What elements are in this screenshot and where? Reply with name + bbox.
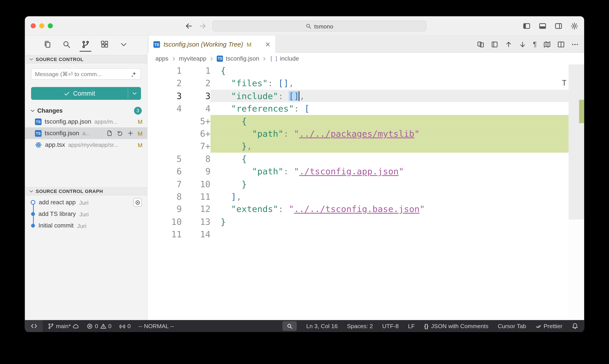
source-control-view-button[interactable] — [81, 40, 90, 49]
minimap-added-lines-marker — [579, 100, 584, 123]
toggle-primary-sidebar-icon[interactable] — [523, 22, 531, 30]
status-bar: main* 0 0 0 -- NORMAL -- — [25, 320, 584, 332]
generate-commit-message-icon[interactable] — [131, 71, 137, 77]
line-number-modified: 7+ — [182, 140, 210, 153]
code-text: "references": [ — [210, 102, 569, 115]
tab-title: tsconfig.json (Working Tree) — [163, 41, 243, 48]
encoding-status[interactable]: UTF-8 — [382, 323, 399, 329]
navigate-forward-button[interactable] — [199, 22, 207, 30]
header-row: TS tsconfig.json (Working Tree) M ¶ — [25, 36, 584, 53]
code-content[interactable]: 11{22 "files": [],33 "include": [],44 "r… — [148, 65, 569, 320]
discard-changes-icon[interactable] — [117, 130, 123, 136]
branch-status[interactable]: main* — [48, 323, 79, 329]
commit-message-input[interactable] — [35, 71, 131, 77]
search-view-button[interactable] — [62, 40, 71, 49]
commit-message: Initial commit — [39, 222, 74, 229]
source-control-header[interactable]: SOURCE CONTROL — [25, 55, 147, 63]
close-tab-icon[interactable] — [265, 41, 271, 47]
extensions-view-button[interactable] — [100, 40, 109, 49]
line-number-original: 2 — [148, 77, 182, 90]
stage-changes-icon[interactable] — [127, 130, 133, 136]
code-text: { — [210, 115, 569, 128]
remote-indicator[interactable] — [25, 320, 43, 332]
minimap-slider[interactable] — [569, 65, 584, 220]
chevron-right-icon — [262, 56, 267, 61]
tab-tsconfig-json-working-tree[interactable]: TS tsconfig.json (Working Tree) M — [148, 36, 276, 53]
chevron-right-icon — [209, 56, 214, 61]
explorer-icon — [43, 40, 52, 48]
breadcrumb-item-myviteapp[interactable]: myviteapp — [179, 55, 206, 62]
line-number-original: 4 — [148, 102, 182, 115]
close-window-button[interactable] — [31, 23, 36, 28]
zoom-window-button[interactable] — [48, 23, 53, 28]
explorer-view-button[interactable] — [43, 40, 52, 49]
breadcrumb-item-apps[interactable]: apps — [155, 55, 168, 62]
goto-current-commit-button[interactable] — [133, 198, 142, 207]
code-text: ], — [210, 190, 569, 203]
minimap[interactable]: T — [569, 65, 584, 320]
previous-change-icon[interactable] — [505, 41, 513, 48]
code-line: 44 "references": [ — [148, 102, 569, 115]
commit-row[interactable]: add TS libraryJuri — [25, 208, 147, 220]
line-number-original — [148, 115, 182, 128]
file-row[interactable]: app.tsxapps/myviteapp/sr...M — [25, 139, 147, 151]
line-number-original — [148, 127, 182, 140]
warnings-count: 0 — [108, 323, 112, 329]
notebook-icon[interactable] — [491, 41, 499, 48]
notifications-bell-icon[interactable] — [572, 323, 578, 329]
warnings-icon — [100, 323, 106, 329]
cursor-position-status[interactable]: Ln 3, Col 16 — [306, 323, 338, 329]
open-changes-icon[interactable] — [477, 41, 485, 48]
chevron-down-icon — [30, 108, 35, 114]
next-change-icon[interactable] — [519, 41, 527, 48]
commit-dropdown-button[interactable] — [128, 87, 141, 100]
line-number-original: 5 — [148, 153, 182, 165]
source-control-graph-header[interactable]: SOURCE CONTROL GRAPH — [25, 187, 147, 195]
code-text: } — [210, 178, 569, 190]
minimize-window-button[interactable] — [39, 23, 44, 28]
changes-section-header[interactable]: Changes 3 — [25, 106, 147, 116]
file-row[interactable]: TStsconfig.app.jsonapps/m...M — [25, 116, 147, 127]
code-text: "path": "./tsconfig.app.json" — [210, 165, 569, 178]
line-number-modified: 1 — [182, 65, 210, 77]
commit-row[interactable]: add react appJuri — [25, 196, 147, 208]
line-number-original: 11 — [148, 228, 182, 241]
more-views-button[interactable] — [119, 40, 128, 49]
more-actions-icon[interactable] — [571, 41, 579, 48]
zoom-indicator[interactable] — [283, 321, 297, 331]
search-icon — [306, 23, 311, 29]
language-mode-status[interactable]: {} JSON with Comments — [424, 323, 489, 329]
commit-row[interactable]: Initial commitJuri — [25, 220, 147, 232]
pilcrow-whitespace-icon[interactable]: ¶ — [533, 41, 537, 48]
commit-message: add TS library — [39, 210, 76, 217]
command-center-search[interactable]: tsmono — [212, 21, 426, 31]
source-control-title: SOURCE CONTROL — [36, 56, 83, 62]
navigate-back-button[interactable] — [185, 22, 193, 30]
traffic-lights — [25, 23, 53, 28]
source-control-sidebar: SOURCE CONTROL Commit — [25, 53, 148, 320]
open-file-icon[interactable] — [106, 130, 112, 136]
breadcrumb-item-tsconfig[interactable]: tsconfig.json — [226, 55, 259, 62]
formatter-status[interactable]: Prettier — [535, 323, 562, 329]
breadcrumb-item-include[interactable]: include — [280, 55, 299, 62]
commit-button[interactable]: Commit — [31, 87, 141, 100]
file-row[interactable]: TStsconfig.jsona...M — [25, 127, 147, 139]
ports-status[interactable]: 0 — [119, 323, 130, 329]
broadcast-tower-icon — [119, 323, 125, 329]
cursor-tab-status[interactable]: Cursor Tab — [498, 323, 526, 329]
typescript-icon: TS — [35, 130, 41, 136]
problems-status[interactable]: 0 0 — [87, 323, 112, 329]
check-icon — [64, 90, 70, 96]
diff-editor[interactable]: apps myviteapp TS tsconfig.json [ ] incl… — [148, 53, 584, 320]
commit-author: Juri — [79, 199, 89, 206]
line-number-original — [148, 140, 182, 153]
code-line: 22 "files": [], — [148, 77, 569, 90]
eol-status[interactable]: LF — [408, 323, 415, 329]
toggle-secondary-sidebar-icon[interactable] — [555, 22, 562, 30]
indentation-status[interactable]: Spaces: 2 — [347, 323, 373, 329]
split-editor-icon[interactable] — [557, 41, 565, 48]
map-outline-icon[interactable] — [543, 41, 551, 48]
toggle-panel-icon[interactable] — [539, 22, 547, 30]
settings-gear-icon[interactable] — [570, 22, 578, 30]
code-line: 7+ }, — [148, 140, 569, 153]
